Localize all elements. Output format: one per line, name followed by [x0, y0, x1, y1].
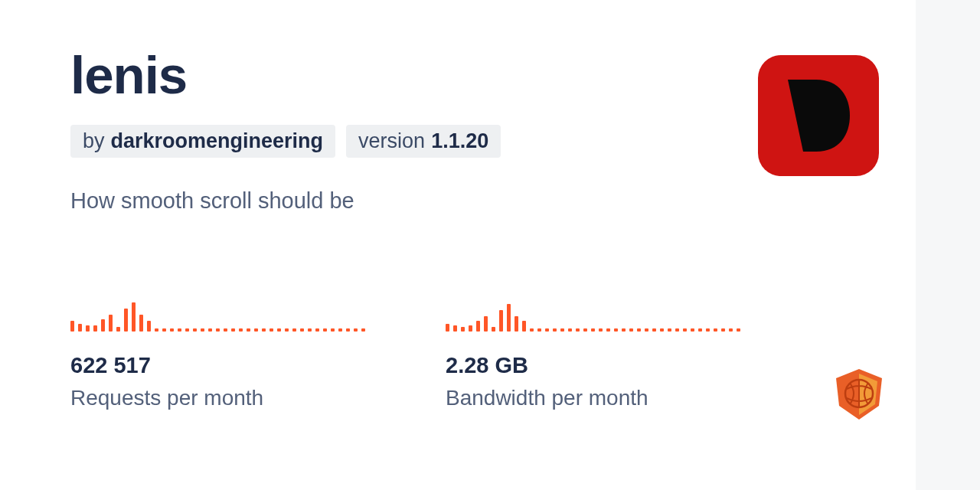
- spark-bar: [262, 328, 266, 332]
- spark-bar: [185, 328, 189, 332]
- spark-bar: [254, 328, 258, 332]
- spark-bar: [599, 328, 603, 332]
- spark-bar: [109, 315, 113, 332]
- spark-bar: [201, 328, 204, 332]
- spark-bar: [583, 328, 587, 332]
- spark-bar: [270, 328, 273, 332]
- spark-bar: [132, 302, 136, 332]
- spark-bar: [537, 328, 541, 332]
- spark-bar: [668, 328, 671, 332]
- requests-sparkline: [70, 298, 377, 332]
- spark-bar: [729, 328, 733, 332]
- spark-bar: [576, 328, 580, 332]
- spark-bar: [239, 328, 243, 332]
- spark-bar: [660, 328, 664, 332]
- requests-stat: 622 517 Requests per month: [70, 298, 377, 410]
- spark-bar: [714, 328, 717, 332]
- spark-bar: [308, 328, 312, 332]
- spark-bar: [514, 316, 518, 332]
- spark-bar: [637, 328, 641, 332]
- spark-bar: [93, 325, 97, 332]
- spark-bar: [645, 328, 648, 332]
- spark-bar: [469, 325, 472, 332]
- jsdelivr-shield-icon: [836, 369, 882, 420]
- version-value: 1.1.20: [431, 129, 488, 153]
- spark-bar: [706, 328, 710, 332]
- spark-bar: [170, 328, 174, 332]
- spark-bar: [492, 327, 495, 332]
- spark-bar: [476, 321, 480, 332]
- spark-bar: [737, 328, 740, 332]
- spark-bar: [484, 316, 488, 332]
- spark-bar: [178, 328, 181, 332]
- spark-bar: [354, 328, 358, 332]
- spark-bar: [292, 328, 296, 332]
- spark-bar: [247, 328, 250, 332]
- spark-bar: [193, 328, 197, 332]
- spark-bar: [652, 328, 656, 332]
- package-description: How smooth scroll should be: [70, 188, 893, 214]
- spark-bar: [591, 328, 595, 332]
- spark-bar: [453, 325, 457, 332]
- spark-bar: [216, 328, 220, 332]
- spark-bar: [629, 328, 633, 332]
- spark-bar: [208, 328, 212, 332]
- spark-bar: [78, 324, 82, 332]
- spark-bar: [155, 328, 158, 332]
- spark-bar: [70, 321, 74, 332]
- spark-bar: [691, 328, 694, 332]
- spark-bar: [499, 310, 503, 332]
- logo-letter-icon: [786, 74, 851, 158]
- bandwidth-label: Bandwidth per month: [446, 386, 752, 410]
- spark-bar: [331, 328, 335, 332]
- spark-bar: [300, 328, 304, 332]
- version-chip[interactable]: version 1.1.20: [346, 125, 501, 158]
- spark-bar: [361, 328, 365, 332]
- right-sidebar: [916, 0, 980, 490]
- spark-bar: [568, 328, 572, 332]
- requests-label: Requests per month: [70, 386, 377, 410]
- spark-bar: [101, 319, 105, 332]
- spark-bar: [446, 324, 449, 332]
- spark-bar: [162, 328, 166, 332]
- spark-bar: [346, 328, 350, 332]
- spark-bar: [147, 321, 151, 332]
- spark-bar: [530, 328, 534, 332]
- spark-bar: [698, 328, 702, 332]
- bandwidth-sparkline: [446, 298, 752, 332]
- spark-bar: [231, 328, 235, 332]
- spark-bar: [675, 328, 679, 332]
- spark-bar: [277, 328, 281, 332]
- spark-bar: [139, 315, 143, 332]
- spark-bar: [124, 309, 128, 332]
- spark-bar: [522, 321, 526, 332]
- spark-bar: [461, 327, 465, 332]
- spark-bar: [86, 325, 90, 332]
- bandwidth-stat: 2.28 GB Bandwidth per month: [446, 298, 752, 410]
- spark-bar: [315, 328, 319, 332]
- requests-value: 622 517: [70, 353, 377, 378]
- spark-bar: [285, 328, 289, 332]
- spark-bar: [606, 328, 610, 332]
- spark-bar: [721, 328, 725, 332]
- author-prefix: by: [83, 129, 105, 153]
- stats-row: 622 517 Requests per month 2.28 GB Bandw…: [70, 298, 893, 410]
- author-name: darkroomengineering: [111, 129, 324, 153]
- spark-bar: [224, 328, 227, 332]
- spark-bar: [545, 328, 549, 332]
- main-content: lenis by darkroomengineering version 1.1…: [0, 0, 916, 490]
- author-chip[interactable]: by darkroomengineering: [70, 125, 335, 158]
- package-logo: [758, 55, 879, 176]
- spark-bar: [683, 328, 687, 332]
- spark-bar: [560, 328, 564, 332]
- spark-bar: [507, 304, 511, 332]
- spark-bar: [323, 328, 327, 332]
- spark-bar: [338, 328, 342, 332]
- bandwidth-value: 2.28 GB: [446, 353, 752, 378]
- spark-bar: [614, 328, 618, 332]
- version-prefix: version: [358, 129, 425, 153]
- spark-bar: [622, 328, 626, 332]
- spark-bar: [116, 327, 120, 332]
- spark-bar: [553, 328, 557, 332]
